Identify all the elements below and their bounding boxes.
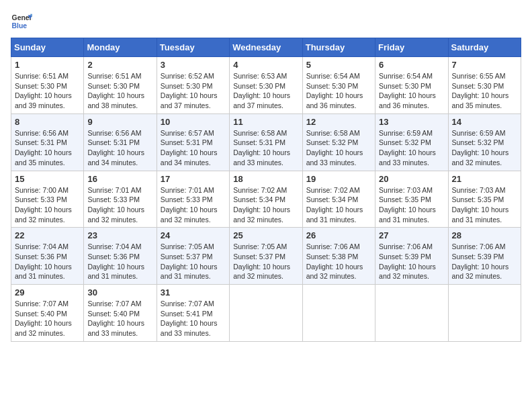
- day-number: 11: [233, 117, 298, 127]
- calendar-day-cell: 11 Sunrise: 6:58 AM Sunset: 5:31 PM Dayl…: [230, 113, 302, 171]
- day-of-week-header: Wednesday: [230, 38, 302, 57]
- day-info: Sunrise: 6:57 AM Sunset: 5:31 PM Dayligh…: [161, 128, 226, 168]
- page-header: General Blue: [11, 11, 521, 32]
- day-info: Sunrise: 7:00 AM Sunset: 5:33 PM Dayligh…: [15, 185, 80, 225]
- day-number: 18: [233, 174, 298, 184]
- day-number: 29: [15, 287, 80, 298]
- day-info: Sunrise: 6:58 AM Sunset: 5:32 PM Dayligh…: [306, 128, 371, 168]
- calendar-day-cell: 17 Sunrise: 7:01 AM Sunset: 5:33 PM Dayl…: [157, 171, 229, 228]
- day-number: 21: [452, 174, 517, 184]
- day-info: Sunrise: 7:06 AM Sunset: 5:39 PM Dayligh…: [452, 242, 517, 281]
- day-info: Sunrise: 6:59 AM Sunset: 5:32 PM Dayligh…: [379, 128, 444, 168]
- calendar-day-cell: 15 Sunrise: 7:00 AM Sunset: 5:33 PM Dayl…: [11, 171, 84, 228]
- calendar-day-cell: 6 Sunrise: 6:54 AM Sunset: 5:30 PM Dayli…: [375, 57, 448, 114]
- calendar-header-row: SundayMondayTuesdayWednesdayThursdayFrid…: [11, 38, 521, 57]
- calendar-day-cell: 22 Sunrise: 7:04 AM Sunset: 5:36 PM Dayl…: [11, 228, 84, 285]
- day-info: Sunrise: 7:02 AM Sunset: 5:34 PM Dayligh…: [233, 185, 298, 225]
- day-number: 22: [15, 230, 80, 240]
- day-info: Sunrise: 7:06 AM Sunset: 5:39 PM Dayligh…: [379, 242, 444, 281]
- day-of-week-header: Sunday: [11, 38, 84, 57]
- day-info: Sunrise: 7:04 AM Sunset: 5:36 PM Dayligh…: [15, 242, 80, 281]
- day-info: Sunrise: 7:05 AM Sunset: 5:37 PM Dayligh…: [233, 242, 298, 281]
- day-info: Sunrise: 6:51 AM Sunset: 5:30 PM Dayligh…: [15, 71, 80, 111]
- day-number: 12: [306, 117, 371, 127]
- day-info: Sunrise: 7:05 AM Sunset: 5:37 PM Dayligh…: [161, 242, 226, 281]
- day-number: 4: [233, 60, 298, 70]
- calendar-day-cell: 8 Sunrise: 6:56 AM Sunset: 5:31 PM Dayli…: [11, 113, 84, 171]
- calendar-day-cell: 26 Sunrise: 7:06 AM Sunset: 5:38 PM Dayl…: [302, 228, 375, 285]
- day-number: 25: [233, 230, 298, 240]
- calendar-day-cell: 3 Sunrise: 6:52 AM Sunset: 5:30 PM Dayli…: [157, 57, 229, 114]
- day-number: 19: [306, 174, 371, 184]
- day-info: Sunrise: 7:04 AM Sunset: 5:36 PM Dayligh…: [87, 242, 152, 281]
- day-info: Sunrise: 6:58 AM Sunset: 5:31 PM Dayligh…: [233, 128, 298, 168]
- day-of-week-header: Saturday: [448, 38, 521, 57]
- day-number: 6: [379, 60, 444, 70]
- calendar-day-cell: 19 Sunrise: 7:02 AM Sunset: 5:34 PM Dayl…: [302, 171, 375, 228]
- day-number: 5: [306, 60, 371, 70]
- calendar-week-row: 29 Sunrise: 7:07 AM Sunset: 5:40 PM Dayl…: [11, 285, 521, 342]
- calendar-day-cell: 25 Sunrise: 7:05 AM Sunset: 5:37 PM Dayl…: [230, 228, 302, 285]
- day-info: Sunrise: 7:01 AM Sunset: 5:33 PM Dayligh…: [87, 185, 152, 225]
- calendar-day-cell: 20 Sunrise: 7:03 AM Sunset: 5:35 PM Dayl…: [375, 171, 448, 228]
- calendar-day-cell: 14 Sunrise: 6:59 AM Sunset: 5:32 PM Dayl…: [448, 113, 521, 171]
- day-number: 26: [306, 230, 371, 240]
- day-info: Sunrise: 7:06 AM Sunset: 5:38 PM Dayligh…: [306, 242, 371, 281]
- day-info: Sunrise: 6:52 AM Sunset: 5:30 PM Dayligh…: [161, 71, 226, 111]
- day-of-week-header: Thursday: [302, 38, 375, 57]
- svg-text:Blue: Blue: [12, 22, 28, 30]
- day-number: 2: [87, 60, 152, 70]
- day-info: Sunrise: 7:07 AM Sunset: 5:41 PM Dayligh…: [161, 299, 226, 338]
- day-number: 31: [161, 287, 226, 298]
- calendar-week-row: 8 Sunrise: 6:56 AM Sunset: 5:31 PM Dayli…: [11, 113, 521, 171]
- day-info: Sunrise: 7:01 AM Sunset: 5:33 PM Dayligh…: [161, 185, 226, 225]
- calendar-week-row: 1 Sunrise: 6:51 AM Sunset: 5:30 PM Dayli…: [11, 57, 521, 114]
- calendar-day-cell: 12 Sunrise: 6:58 AM Sunset: 5:32 PM Dayl…: [302, 113, 375, 171]
- day-info: Sunrise: 6:51 AM Sunset: 5:30 PM Dayligh…: [87, 71, 152, 111]
- calendar-table: SundayMondayTuesdayWednesdayThursdayFrid…: [11, 38, 521, 342]
- day-number: 14: [452, 117, 517, 127]
- calendar-day-cell: 21 Sunrise: 7:03 AM Sunset: 5:35 PM Dayl…: [448, 171, 521, 228]
- calendar-day-cell: 16 Sunrise: 7:01 AM Sunset: 5:33 PM Dayl…: [84, 171, 157, 228]
- day-info: Sunrise: 6:54 AM Sunset: 5:30 PM Dayligh…: [306, 71, 371, 111]
- day-info: Sunrise: 6:59 AM Sunset: 5:32 PM Dayligh…: [452, 128, 517, 168]
- logo: General Blue: [11, 11, 32, 32]
- calendar-week-row: 22 Sunrise: 7:04 AM Sunset: 5:36 PM Dayl…: [11, 228, 521, 285]
- calendar-day-cell: 13 Sunrise: 6:59 AM Sunset: 5:32 PM Dayl…: [375, 113, 448, 171]
- day-number: 13: [379, 117, 444, 127]
- day-number: 27: [379, 230, 444, 240]
- calendar-day-cell: 31 Sunrise: 7:07 AM Sunset: 5:41 PM Dayl…: [157, 285, 229, 342]
- calendar-day-cell: [230, 285, 302, 342]
- calendar-day-cell: [302, 285, 375, 342]
- calendar-day-cell: 29 Sunrise: 7:07 AM Sunset: 5:40 PM Dayl…: [11, 285, 84, 342]
- day-of-week-header: Friday: [375, 38, 448, 57]
- day-number: 8: [15, 117, 80, 127]
- day-number: 10: [161, 117, 226, 127]
- calendar-day-cell: 4 Sunrise: 6:53 AM Sunset: 5:30 PM Dayli…: [230, 57, 302, 114]
- day-info: Sunrise: 6:55 AM Sunset: 5:30 PM Dayligh…: [452, 71, 517, 111]
- day-info: Sunrise: 7:07 AM Sunset: 5:40 PM Dayligh…: [87, 299, 152, 338]
- day-number: 30: [87, 287, 152, 298]
- day-number: 17: [161, 174, 226, 184]
- calendar-day-cell: [448, 285, 521, 342]
- day-info: Sunrise: 6:56 AM Sunset: 5:31 PM Dayligh…: [15, 128, 80, 168]
- day-number: 3: [161, 60, 226, 70]
- calendar-day-cell: [375, 285, 448, 342]
- day-info: Sunrise: 7:07 AM Sunset: 5:40 PM Dayligh…: [15, 299, 80, 338]
- day-number: 16: [87, 174, 152, 184]
- day-info: Sunrise: 6:54 AM Sunset: 5:30 PM Dayligh…: [379, 71, 444, 111]
- day-info: Sunrise: 7:02 AM Sunset: 5:34 PM Dayligh…: [306, 185, 371, 225]
- day-number: 20: [379, 174, 444, 184]
- day-number: 1: [15, 60, 80, 70]
- calendar-week-row: 15 Sunrise: 7:00 AM Sunset: 5:33 PM Dayl…: [11, 171, 521, 228]
- day-number: 23: [87, 230, 152, 240]
- day-number: 9: [87, 117, 152, 127]
- day-of-week-header: Tuesday: [157, 38, 229, 57]
- calendar-day-cell: 10 Sunrise: 6:57 AM Sunset: 5:31 PM Dayl…: [157, 113, 229, 171]
- calendar-day-cell: 5 Sunrise: 6:54 AM Sunset: 5:30 PM Dayli…: [302, 57, 375, 114]
- calendar-day-cell: 24 Sunrise: 7:05 AM Sunset: 5:37 PM Dayl…: [157, 228, 229, 285]
- day-info: Sunrise: 7:03 AM Sunset: 5:35 PM Dayligh…: [379, 185, 444, 225]
- calendar-day-cell: 18 Sunrise: 7:02 AM Sunset: 5:34 PM Dayl…: [230, 171, 302, 228]
- calendar-day-cell: 7 Sunrise: 6:55 AM Sunset: 5:30 PM Dayli…: [448, 57, 521, 114]
- calendar-day-cell: 9 Sunrise: 6:56 AM Sunset: 5:31 PM Dayli…: [84, 113, 157, 171]
